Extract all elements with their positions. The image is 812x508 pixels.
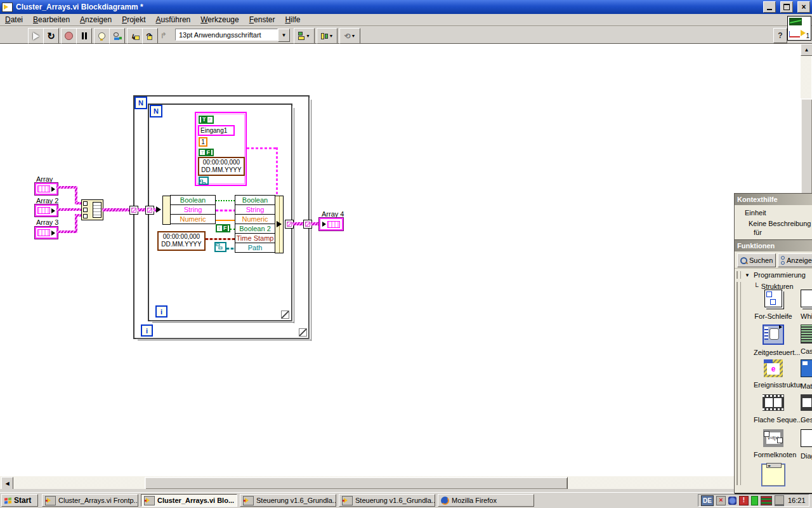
menu-item-projekt[interactable]: Projekt [117, 14, 150, 25]
cluster-numeric-constant[interactable]: 1 [199, 137, 207, 147]
bundle-row-path[interactable]: Path [235, 243, 275, 253]
build-array-node[interactable] [81, 199, 103, 220]
language-indicator[interactable]: DE [701, 495, 714, 506]
outer-loop-iteration-terminal[interactable]: i [141, 324, 153, 337]
unbundle-row-boolean[interactable]: Boolean [170, 195, 216, 205]
timestamp-constant[interactable]: 00:00:00,000 DD.MM.YYYY [157, 231, 206, 251]
close-button[interactable]: × [797, 1, 810, 13]
wire-boolean2[interactable] [230, 229, 235, 230]
window-titlebar[interactable]: Cluster_Arrays.vi Blockdiagramm * × [0, 0, 812, 14]
scroll-up-button[interactable]: ▲ [801, 44, 812, 56]
bundle-node[interactable]: Boolean String Numeric Boolean 2 Time St… [235, 196, 275, 253]
array3-terminal[interactable] [35, 227, 58, 239]
vi-icon[interactable]: 1 [787, 16, 811, 41]
palette-category-row[interactable]: ▼ Programmierung [735, 269, 812, 281]
volume-icon[interactable] [751, 496, 758, 505]
security-alert-icon[interactable]: ! [739, 496, 749, 505]
cluster-constant[interactable]: T F Eingang1 1 T F 00:00:00,000 DD.MM.YY… [195, 112, 247, 186]
palette-item-stacked-sequence[interactable]: Gesta [801, 394, 812, 424]
task-firefox[interactable]: Mozilla Firefox [438, 494, 534, 507]
cluster-bool-true[interactable]: T F [199, 116, 214, 124]
cluster-bool-false[interactable]: T F [199, 149, 214, 156]
wire-path[interactable] [226, 248, 235, 250]
retain-wire-values-button[interactable] [109, 28, 125, 44]
wire-boolean[interactable] [216, 200, 235, 201]
outer-loop-left-tunnel[interactable] [129, 206, 138, 215]
horizontal-scroll-thumb[interactable] [145, 477, 568, 490]
start-button[interactable]: Start [1, 494, 38, 507]
wire-array2[interactable] [56, 208, 81, 211]
font-selector-dropdown[interactable]: ▼ [278, 29, 290, 42]
wire-out-1[interactable] [292, 222, 303, 225]
wire-array1-h2[interactable] [75, 202, 81, 204]
palette-item-case-structure[interactable]: Case [801, 324, 812, 355]
wire-array3-h2[interactable] [75, 214, 81, 217]
distribute-objects-dropdown[interactable]: ▼ [317, 28, 337, 44]
cluster-path-constant[interactable] [199, 177, 209, 185]
palette-item-local-variable[interactable]: ◂▸ [754, 464, 793, 486]
context-help-titlebar[interactable]: Kontexthilfe [735, 194, 812, 205]
restore-button[interactable] [780, 1, 793, 13]
inner-loop-resize-handle[interactable] [281, 311, 289, 319]
unbundle-node[interactable]: Boolean String Numeric [170, 196, 216, 224]
wire-array3-v[interactable] [75, 214, 77, 233]
menu-item-bearbeiten[interactable]: Bearbeiten [28, 14, 75, 25]
array1-terminal[interactable] [35, 183, 58, 195]
menu-item-fenster[interactable]: Fenster [244, 14, 280, 25]
highlight-execution-button[interactable] [94, 28, 110, 44]
bundle-row-boolean[interactable]: Boolean [235, 195, 275, 205]
path-constant[interactable] [214, 242, 226, 252]
wire-string[interactable] [216, 210, 235, 211]
task-cluster-arrays-frontpanel[interactable]: Cluster_Arrays.vi Frontp... [42, 494, 138, 507]
palette-item-mathscript[interactable]: MathS [801, 359, 812, 390]
task-steuerung-1[interactable]: Steuerung v1.6_Grundla... [240, 494, 336, 507]
align-objects-dropdown[interactable]: ▼ [294, 28, 315, 44]
inner-loop-iteration-terminal[interactable]: i [155, 305, 167, 318]
menu-item-hilfe[interactable]: Hilfe [280, 14, 305, 25]
font-selector[interactable]: 13pt Anwendungsschriftart [175, 29, 278, 41]
run-continuous-button[interactable]: ↻ [43, 28, 59, 44]
scroll-left-button[interactable]: ◀ [1, 477, 13, 490]
palette-item-formula-node[interactable]: v=f(x) Formelknoten [754, 429, 793, 458]
unbundle-row-string[interactable]: String [170, 204, 216, 215]
palette-item-while-loop[interactable]: While [801, 290, 812, 320]
array4-terminal[interactable] [319, 218, 343, 231]
messenger-icon[interactable] [728, 497, 737, 505]
wire-out-2[interactable] [311, 222, 319, 225]
network-activity-icon[interactable] [761, 496, 772, 505]
wire-numeric[interactable] [216, 220, 235, 221]
palette-search-button[interactable]: Suchen [737, 253, 776, 267]
wire-cluster-constant-h[interactable] [247, 147, 278, 149]
context-help-window[interactable]: Kontexthilfe Einheit Keine Beschreibung … [734, 193, 812, 241]
network-offline-icon[interactable]: × [716, 496, 726, 505]
palette-item-event-structure[interactable]: e Ereignisstruktur [754, 359, 793, 389]
palette-item-flat-sequence[interactable]: Flache Seque... [754, 394, 793, 424]
task-cluster-arrays-blockdiagramm[interactable]: Cluster_Arrays.vi Blo... [141, 494, 237, 507]
wire-cluster-constant-v[interactable] [276, 147, 278, 196]
abort-button[interactable] [61, 28, 77, 44]
collapse-triangle-icon[interactable]: ▼ [745, 272, 750, 278]
palette-view-button[interactable]: Anzeige [778, 253, 812, 267]
menu-item-anzeigen[interactable]: Anzeigen [75, 14, 117, 25]
menu-item-datei[interactable]: Datei [0, 14, 28, 25]
bundle-row-numeric[interactable]: Numeric [235, 214, 275, 224]
wire-build-array-out[interactable] [102, 208, 130, 211]
array2-terminal[interactable] [35, 204, 58, 217]
resize-objects-dropdown[interactable]: ⟲ ▼ [339, 28, 360, 44]
palette-item-for-loop[interactable]: For-Schleife [754, 290, 793, 320]
step-into-button[interactable]: ↳ [127, 28, 143, 44]
inner-loop-count-terminal[interactable]: N [150, 105, 162, 117]
step-out-button[interactable]: ↱ [157, 28, 169, 43]
run-button[interactable] [28, 28, 44, 44]
menu-item-werkzeuge[interactable]: Werkzeuge [195, 14, 244, 25]
bundle-row-timestamp[interactable]: Time Stamp [235, 233, 275, 243]
menu-item-ausfuehren[interactable]: Ausführen [151, 14, 196, 25]
functions-palette-titlebar[interactable]: Funktionen [735, 240, 812, 251]
display-icon[interactable] [775, 495, 784, 506]
cluster-string-constant[interactable]: Eingang1 [198, 125, 235, 136]
palette-item-timed-structure[interactable]: Zeitgesteuert... [754, 324, 793, 356]
unbundle-row-numeric[interactable]: Numeric [170, 214, 216, 224]
bundle-row-string[interactable]: String [235, 204, 275, 215]
pause-button[interactable] [76, 28, 92, 44]
cluster-timestamp-constant[interactable]: 00:00:00,000 DD.MM.YYYY [198, 157, 245, 176]
